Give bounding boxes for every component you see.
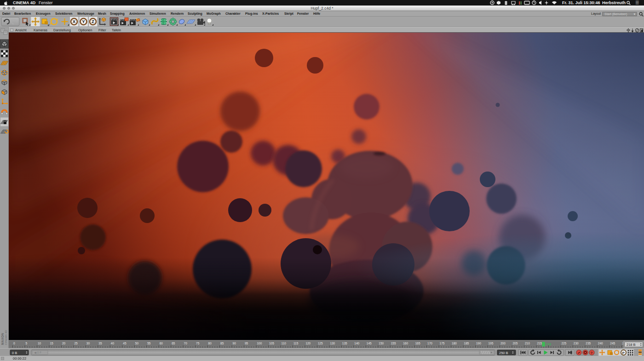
svg-text:145: 145 [367, 342, 372, 345]
svg-text:Y: Y [82, 19, 85, 24]
svg-text:135: 135 [342, 342, 347, 345]
svg-text:70: 70 [184, 342, 188, 345]
svg-text:MAXON: MAXON [1, 333, 4, 345]
svg-text:165: 165 [415, 342, 420, 345]
svg-text:60: 60 [160, 342, 163, 345]
svg-text:235: 235 [586, 342, 591, 345]
svg-text:155: 155 [391, 342, 396, 345]
svg-text:150: 150 [379, 342, 384, 345]
svg-text:75: 75 [196, 342, 200, 345]
svg-text:30: 30 [86, 342, 90, 345]
svg-text:200: 200 [500, 342, 506, 345]
svg-text:45: 45 [123, 342, 126, 345]
svg-text:240: 240 [598, 342, 603, 345]
svg-text:?: ? [591, 351, 593, 355]
svg-text:100: 100 [257, 342, 262, 345]
svg-text:CINEMA 4D: CINEMA 4D [5, 330, 7, 345]
svg-text:195: 195 [489, 342, 494, 345]
svg-text:190: 190 [476, 342, 481, 345]
svg-text:180: 180 [452, 342, 457, 345]
svg-text:0: 0 [13, 342, 15, 345]
svg-text:80: 80 [208, 342, 212, 345]
svg-text:115: 115 [293, 342, 299, 345]
svg-text:15: 15 [50, 342, 53, 345]
svg-text:110: 110 [282, 342, 287, 345]
svg-text:25: 25 [74, 342, 78, 345]
svg-text:90: 90 [233, 342, 236, 345]
svg-text:130: 130 [330, 342, 335, 345]
svg-text:210: 210 [525, 342, 530, 345]
svg-text:175: 175 [440, 342, 445, 345]
svg-text:215: 215 [537, 342, 542, 345]
svg-text:170: 170 [427, 342, 432, 345]
svg-text:218 B: 218 B [627, 343, 636, 347]
svg-text:245: 245 [610, 342, 615, 345]
svg-text:185: 185 [464, 342, 469, 345]
svg-text:230: 230 [574, 342, 579, 345]
svg-text:160: 160 [403, 342, 408, 345]
svg-text:10: 10 [38, 342, 41, 345]
svg-text:105: 105 [269, 342, 274, 345]
svg-text:Z: Z [92, 19, 94, 24]
svg-text:218: 218 [546, 343, 551, 346]
svg-text:140: 140 [354, 342, 359, 345]
svg-text:205: 205 [513, 342, 518, 345]
svg-text:55: 55 [147, 342, 151, 345]
svg-text:125: 125 [318, 342, 323, 345]
svg-text:◀ 0 F: ◀ 0 F [34, 351, 41, 354]
svg-text:P: P [622, 351, 625, 355]
svg-text:120: 120 [305, 342, 310, 345]
svg-text:50: 50 [135, 342, 139, 345]
svg-text:5: 5 [26, 342, 28, 345]
svg-text:95: 95 [245, 342, 248, 345]
svg-text:20: 20 [62, 342, 66, 345]
svg-text:65: 65 [172, 342, 175, 345]
svg-text:0 B: 0 B [12, 351, 17, 355]
svg-text:250 B: 250 B [499, 351, 508, 355]
svg-text:X: X [73, 19, 76, 24]
svg-text:85: 85 [220, 342, 224, 345]
svg-text:225: 225 [561, 342, 566, 345]
svg-text:40: 40 [111, 342, 115, 345]
svg-text:35: 35 [98, 342, 102, 345]
